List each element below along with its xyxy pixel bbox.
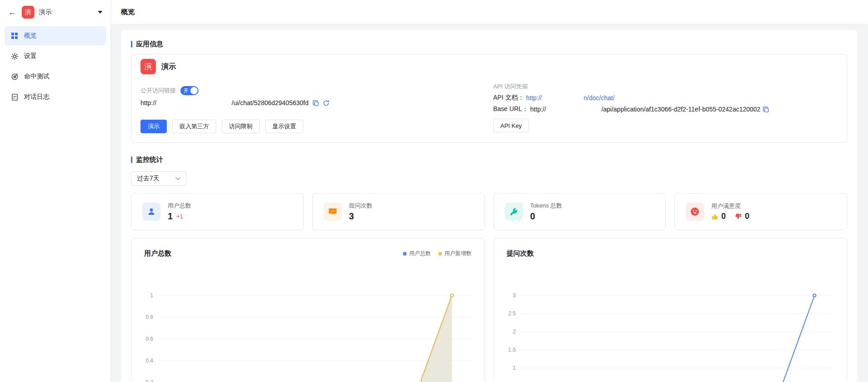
- svg-text:3: 3: [513, 292, 516, 299]
- api-doc-label: API 文档：: [493, 94, 524, 102]
- copy-icon[interactable]: [312, 100, 319, 106]
- document-icon: [11, 93, 19, 101]
- svg-text:1: 1: [513, 365, 516, 371]
- stat-card-tokens: Tokens 总数 0: [494, 193, 666, 230]
- page-title: 概览: [121, 8, 135, 16]
- legend-dot: [438, 252, 442, 256]
- refresh-icon[interactable]: [323, 100, 330, 106]
- app-card-header: 演 演示: [141, 59, 838, 74]
- toggle-knob: [190, 87, 198, 94]
- display-settings-button[interactable]: 显示设置: [265, 120, 303, 133]
- stat-card-total-users: 用户总数 1 +1: [131, 193, 304, 230]
- thumb-up-count: 0: [721, 212, 726, 221]
- sidebar-item-chat-logs[interactable]: 对话日志: [5, 87, 106, 106]
- sidebar-item-label: 概览: [24, 32, 37, 40]
- public-url-row: http:///ui/chat/52806d29405630fd: [141, 99, 493, 106]
- public-link-label: 公开访问链接: [141, 87, 176, 95]
- svg-text:2.5: 2.5: [508, 310, 516, 317]
- api-doc-link[interactable]: http://: [526, 94, 542, 102]
- stat-value: 3: [349, 211, 354, 222]
- api-doc-row: API 文档： http://n/doc/chat/: [493, 94, 838, 102]
- svg-text:0.2: 0.2: [145, 379, 153, 382]
- app-avatar: 演: [141, 59, 156, 74]
- sidebar-item-overview[interactable]: 概览: [5, 26, 106, 45]
- thumb-down-icon: [735, 213, 742, 220]
- grid-icon: [11, 32, 19, 39]
- svg-text:1.5: 1.5: [508, 347, 516, 353]
- copy-icon[interactable]: [762, 106, 769, 113]
- legend-label: 用户新增数: [445, 250, 472, 257]
- stat-label: 用户总数: [168, 202, 191, 210]
- gear-icon: [11, 53, 19, 60]
- sidebar-item-settings[interactable]: 设置: [5, 47, 106, 66]
- section-title-text: 监控统计: [136, 155, 163, 164]
- svg-text:0.4: 0.4: [145, 358, 153, 364]
- sidebar-menu: 概览 设置 命中测试: [0, 24, 111, 110]
- chat-bubble-icon: [324, 203, 342, 221]
- stat-label: 提问次数: [349, 202, 373, 210]
- legend-item[interactable]: 用户新增数: [438, 250, 472, 257]
- chevron-down-icon[interactable]: [98, 11, 102, 14]
- content-panel: 应用信息 演 演示 公开访问链接 开: [121, 30, 857, 382]
- content: 应用信息 演 演示 公开访问链接 开: [111, 24, 868, 382]
- section-accent-bar: [131, 156, 132, 163]
- time-range-select[interactable]: 过去7天: [131, 171, 186, 186]
- legend-item[interactable]: 用户总数: [403, 250, 431, 257]
- base-url-label: Base URL：: [493, 105, 529, 113]
- chart-card-total-users: 用户总数 用户总数 用户新增数: [131, 238, 485, 382]
- stat-label: Tokens 总数: [530, 202, 563, 210]
- time-range-value: 过去7天: [137, 174, 160, 183]
- chart-title: 提问次数: [507, 249, 534, 258]
- access-restriction-button[interactable]: 访问限制: [222, 120, 260, 133]
- thumb-up-icon: [711, 213, 718, 220]
- embed-third-party-button[interactable]: 嵌入第三方: [172, 120, 216, 133]
- main-area: 概览 应用信息 演 演示: [111, 0, 868, 382]
- chart-legend: 用户总数 用户新增数: [403, 250, 472, 257]
- stats-row: 用户总数 1 +1 提问次数 3: [131, 193, 847, 230]
- base-url-row: Base URL： http:///api/application/af1c30…: [493, 105, 838, 113]
- app-avatar: 演: [22, 6, 34, 19]
- base-url-prefix: http://: [530, 106, 546, 113]
- monitor-section-title: 监控统计: [131, 155, 847, 164]
- svg-text:0.8: 0.8: [145, 314, 153, 320]
- app-info-card: 演 演示 公开访问链接 开: [131, 54, 847, 143]
- api-credentials-column: API 访问凭据 API 文档： http://n/doc/chat/ Base…: [493, 74, 838, 133]
- thumb-down-count: 0: [745, 212, 749, 221]
- public-url-prefix: http://: [141, 99, 156, 106]
- toggle-state-text: 开: [184, 87, 189, 94]
- sidebar-item-label: 对话日志: [24, 93, 49, 101]
- stat-card-questions: 提问次数 3: [312, 193, 485, 230]
- app-card-title: 演示: [161, 62, 176, 72]
- api-credentials-label: API 访问凭据: [493, 82, 528, 91]
- target-icon: [11, 73, 19, 81]
- api-key-button[interactable]: API Key: [493, 119, 529, 132]
- svg-text:1: 1: [150, 292, 153, 299]
- legend-label: 用户总数: [409, 250, 431, 257]
- stat-card-satisfaction: 用户满意度 0 0: [674, 193, 847, 230]
- legend-dot: [403, 252, 407, 256]
- app-name: 演示: [39, 8, 98, 16]
- user-icon: [142, 203, 160, 221]
- api-doc-link-path[interactable]: n/doc/chat/: [584, 94, 615, 102]
- chart-card-questions: 提问次数 00.511.522.53: [494, 238, 848, 382]
- sidebar-header: ← 演 演示: [0, 0, 111, 24]
- demo-button[interactable]: 演示: [141, 120, 167, 133]
- app-root: ← 演 演示 概览 设置: [0, 0, 868, 382]
- chevron-down-icon: [175, 177, 180, 180]
- stat-label: 用户满意度: [711, 202, 749, 210]
- sidebar: ← 演 演示 概览 设置: [0, 0, 111, 382]
- back-arrow-icon[interactable]: ←: [8, 8, 16, 16]
- stat-value: 0: [530, 211, 535, 222]
- public-access-column: 公开访问链接 开 http:///ui/chat/52806d29405630f…: [141, 74, 493, 133]
- sidebar-item-hit-test[interactable]: 命中测试: [5, 67, 106, 86]
- stat-value: 1: [168, 211, 173, 222]
- public-link-toggle[interactable]: 开: [180, 86, 199, 95]
- section-accent-bar: [131, 41, 132, 48]
- section-title-text: 应用信息: [136, 40, 163, 48]
- line-chart: 00.511.522.53: [494, 248, 847, 382]
- public-url-path: /ui/chat/52806d29405630fd: [232, 99, 309, 106]
- svg-text:0.6: 0.6: [145, 336, 153, 342]
- app-info-section-title: 应用信息: [131, 40, 847, 48]
- app-action-buttons: 演示 嵌入第三方 访问限制 显示设置: [141, 120, 493, 133]
- smiley-icon: [686, 203, 704, 221]
